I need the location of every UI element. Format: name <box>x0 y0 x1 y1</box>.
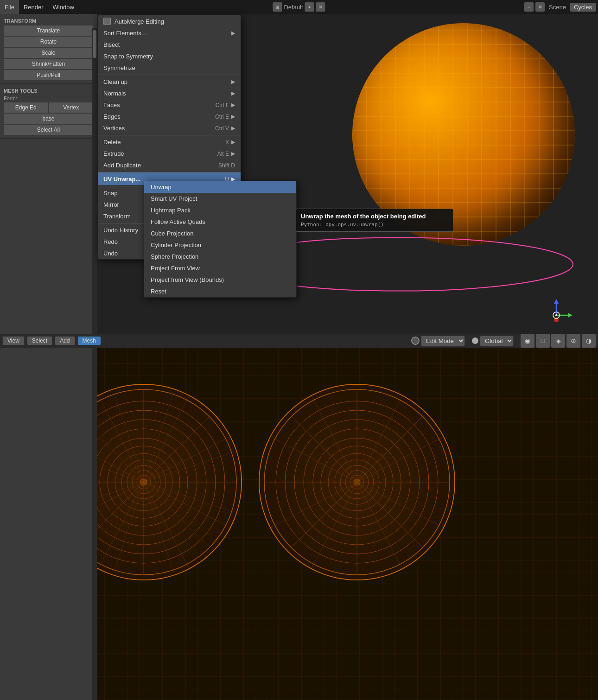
scale-btn[interactable]: Scale <box>4 48 93 58</box>
cleanup-label: Clean up <box>103 78 229 85</box>
form-label: Form: <box>4 95 93 101</box>
solid-mode-icon[interactable]: ◉ <box>521 334 534 348</box>
mesh-btn[interactable]: Mesh <box>77 336 101 345</box>
uv-rings-right <box>260 385 454 579</box>
submenu-smart[interactable]: Smart UV Project <box>144 193 296 204</box>
top-menu-bar: File Render Window ⊞ Default + ✕ + ✕ Sce… <box>0 0 598 14</box>
select-all-btn[interactable]: Select All <box>4 125 93 135</box>
submenu-cylinder[interactable]: Cylinder Projection <box>144 239 296 251</box>
cylinder-label: Cylinder Projection <box>151 242 290 248</box>
delete-arrow: ▶ <box>231 139 235 145</box>
scene-label: Scene <box>547 4 568 11</box>
bottom-toolbar: View Select Add Mesh Edit Mode Global ◉ … <box>0 334 598 348</box>
render-engine-label[interactable]: Cycles <box>570 3 596 12</box>
select-btn[interactable]: Select <box>27 336 52 345</box>
view-btn[interactable]: View <box>2 336 25 345</box>
menu-faces[interactable]: Faces Ctrl F ▶ <box>98 99 241 111</box>
sidebar-scrollbar[interactable] <box>92 28 97 700</box>
edges-shortcut: Ctrl E <box>215 114 229 120</box>
menu-delete[interactable]: Delete X ▶ <box>98 135 241 148</box>
menu-normals[interactable]: Normals ▶ <box>98 88 241 99</box>
unwrap-label: Unwrap <box>151 184 290 191</box>
menu-symmetrize[interactable]: Symmetrize <box>98 62 241 74</box>
layout-label: Default <box>284 4 303 11</box>
extrude-arrow: ▶ <box>231 151 235 157</box>
bisect-label: Bisect <box>103 41 235 48</box>
lightmap-label: Lightmap Pack <box>151 207 290 214</box>
overlay-icon[interactable]: ⊕ <box>566 334 580 348</box>
vertices-arrow: ▶ <box>231 125 235 131</box>
menu-bisect[interactable]: Bisect <box>98 39 241 51</box>
symmetrize-label: Symmetrize <box>103 64 235 71</box>
edges-label: Edges <box>103 113 210 120</box>
submenu-follow[interactable]: Follow Active Quads <box>144 216 296 228</box>
menu-extrude[interactable]: Extrude Alt E ▶ <box>98 148 241 159</box>
automerge-checkbox[interactable] <box>103 18 111 25</box>
pivot-icon <box>472 337 478 344</box>
submenu-lightmap[interactable]: Lightmap Pack <box>144 204 296 216</box>
add-layout-btn[interactable]: + <box>305 2 314 12</box>
unwrap-tooltip: Unwrap the mesh of the object being edit… <box>296 209 453 232</box>
rendered-mode-icon[interactable]: ◈ <box>551 334 565 348</box>
form-buttons: Edge Ed Vertex <box>4 102 93 113</box>
mesh-tools-title: Mesh Tools <box>4 86 93 95</box>
menu-cleanup[interactable]: Clean up ▶ <box>98 75 241 88</box>
close-layout-btn[interactable]: ✕ <box>316 2 325 12</box>
edges-arrow: ▶ <box>231 114 235 120</box>
tooltip-code: Python: bpy.ops.uv.unwrap() <box>301 222 448 228</box>
faces-arrow: ▶ <box>231 102 235 108</box>
menu-add-duplicate[interactable]: Add Duplicate Shift D <box>98 159 241 171</box>
shrink-fatten-btn[interactable]: Shrink/Fatten <box>4 59 93 69</box>
sort-elements-label: Sort Elements... <box>103 30 229 37</box>
submenu-project-bounds[interactable]: Project from View (Bounds) <box>144 274 296 286</box>
submenu-unwrap[interactable]: Unwrap <box>144 181 296 193</box>
add-scene-btn[interactable]: + <box>524 2 534 12</box>
wire-mode-icon[interactable]: □ <box>536 334 550 348</box>
vertex-btn[interactable]: Vertex <box>49 102 94 113</box>
menu-window[interactable]: Window <box>48 0 79 14</box>
rotate-btn[interactable]: Rotate <box>4 37 93 47</box>
cube-label: Cube Projection <box>151 230 290 237</box>
menu-snap-symmetry[interactable]: Snap to Symmetry <box>98 51 241 62</box>
cleanup-arrow: ▶ <box>231 79 235 85</box>
global-select[interactable]: Global <box>480 336 514 346</box>
close-scene-btn[interactable]: ✕ <box>535 2 545 12</box>
menu-vertices[interactable]: Vertices Ctrl V ▶ <box>98 122 241 134</box>
menu-render[interactable]: Render <box>19 0 48 14</box>
extrude-label: Extrude <box>103 150 213 157</box>
normals-label: Normals <box>103 90 229 97</box>
vertices-label: Vertices <box>103 125 210 132</box>
menu-sort-elements[interactable]: Sort Elements... ▶ <box>98 27 241 39</box>
menu-edges[interactable]: Edges Ctrl E ▶ <box>98 111 241 122</box>
add-duplicate-label: Add Duplicate <box>103 162 214 169</box>
submenu-sphere[interactable]: Sphere Projection <box>144 251 296 262</box>
scrollbar-thumb <box>93 30 96 58</box>
delete-shortcut: X <box>225 139 229 146</box>
project-view-label: Project From View <box>151 265 290 272</box>
edge-edit-btn[interactable]: Edge Ed <box>4 102 48 113</box>
menu-file[interactable]: File <box>0 0 19 14</box>
project-bounds-label: Project from View (Bounds) <box>151 276 290 283</box>
uv-unwrap-submenu: Unwrap Smart UV Project Lightmap Pack Fo… <box>144 181 297 298</box>
add-btn[interactable]: Add <box>55 336 75 345</box>
left-sidebar: Transform Translate Rotate Scale Shrink/… <box>0 14 97 700</box>
push-pull-btn[interactable]: Push/Pull <box>4 70 93 80</box>
tooltip-title: Unwrap the mesh of the object being edit… <box>301 213 448 220</box>
sphere-label: Sphere Projection <box>151 253 290 260</box>
mesh-tools-section: Mesh Tools Form: Edge Ed Vertex base Sel… <box>0 84 97 139</box>
faces-shortcut: Ctrl F <box>216 102 229 108</box>
menu-automerge[interactable]: AutoMerge Editing <box>98 15 241 27</box>
submenu-project-view[interactable]: Project From View <box>144 262 296 274</box>
reset-label: Reset <box>151 288 290 295</box>
submenu-cube[interactable]: Cube Projection <box>144 228 296 239</box>
submenu-reset[interactable]: Reset <box>144 286 296 297</box>
vertices-shortcut: Ctrl V <box>215 125 229 132</box>
base-btn[interactable]: base <box>4 114 93 124</box>
snap-symmetry-label: Snap to Symmetry <box>103 53 235 60</box>
transform-section: Transform Translate Rotate Scale Shrink/… <box>0 14 97 84</box>
mode-select[interactable]: Edit Mode <box>421 336 465 346</box>
normals-arrow: ▶ <box>231 90 235 96</box>
shading-icon[interactable]: ◑ <box>582 334 596 348</box>
translate-btn[interactable]: Translate <box>4 25 93 36</box>
layout-icon[interactable]: ⊞ <box>273 2 282 12</box>
